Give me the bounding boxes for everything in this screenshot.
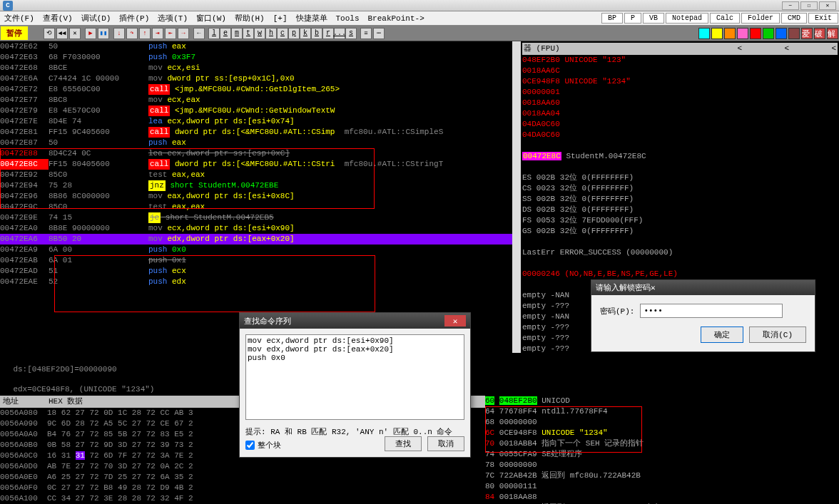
toolbar-m[interactable]: m <box>231 28 243 39</box>
disasm-row[interactable]: 00472E9285C0 test eax,eax <box>0 170 521 180</box>
stack-row[interactable]: 74 0055CFA9 SE处理程序 <box>485 449 839 460</box>
back-icon[interactable]: ← <box>193 28 205 39</box>
disasm-row[interactable]: 00472E7E8D4E 74 lea ecx,dword ptr ds:[es… <box>0 116 521 127</box>
disasm-row[interactable]: 00472E9E74 15 je short StudentM.00472EB5 <box>0 212 521 223</box>
reg-line[interactable]: 00000246 (NO,NB,E,BE,NS,PE,GE,LE) <box>522 269 838 279</box>
runto-icon[interactable]: → <box>178 28 189 39</box>
menu-BreakPoint->[interactable]: BreakPoint-> <box>364 13 429 24</box>
stop-icon[interactable]: ✕ <box>69 28 81 39</box>
reg-line[interactable]: 00472E8C StudentM.00472E8C <box>522 151 838 162</box>
toolbar-...[interactable]: ... <box>334 28 345 39</box>
reg-line[interactable] <box>522 162 838 173</box>
dump-row[interactable]: 0056A0D0 AB 7E 27 72 70 3D 27 72 0A 2C 2 <box>0 461 485 472</box>
toolbar-c[interactable]: c <box>277 28 288 39</box>
stack-row[interactable]: 78 00000000 <box>485 460 839 470</box>
reg-line[interactable]: FS 0053 32位 7EFDD000(FFF) <box>522 215 838 226</box>
rewind-icon[interactable]: ◀◀ <box>56 28 68 39</box>
toolbar-b[interactable]: b <box>311 28 322 39</box>
cn3[interactable]: 解 <box>827 28 838 39</box>
options-icon[interactable]: ⋯ <box>373 28 385 39</box>
reg-line[interactable] <box>522 258 838 269</box>
trace-icon[interactable]: ⇥ <box>152 28 163 39</box>
disasm-row[interactable]: 00472E9C85C0 test eax,eax <box>0 202 521 212</box>
disasm-row[interactable]: 00472EAE52 push edx <box>0 277 521 287</box>
color-pink[interactable] <box>737 28 748 39</box>
disasm-row[interactable]: 00472E968B86 8C000000 mov eax,dword ptr … <box>0 191 521 202</box>
disasm-row[interactable]: 00472E79E8 4E570C00 call <jmp.&MFC80U.#C… <box>0 106 521 116</box>
dump-row[interactable]: 0056A0F0 0C 27 27 72 B8 49 28 72 D9 4B 2 <box>0 483 485 493</box>
play-icon[interactable]: ▶ <box>85 28 96 39</box>
pause-icon[interactable]: ▮▮ <box>98 28 109 39</box>
find-button[interactable]: 查找 <box>385 436 422 451</box>
menu-窗口(W)[interactable]: 窗口(W) <box>192 13 230 24</box>
find-dialog-close[interactable]: ✕ <box>444 315 466 326</box>
disasm-row[interactable]: 00472E9475 28 jnz short StudentM.00472EB… <box>0 180 521 191</box>
disasm-row[interactable]: 00472EAB6A 01 push 0x1 <box>0 255 521 266</box>
toolbar-k[interactable]: k <box>300 28 311 39</box>
reg-line[interactable]: 048EF2B0 UNICODE "123" <box>522 55 838 66</box>
reg-line[interactable]: 04DA0C60 <box>522 119 838 130</box>
color-yellow[interactable] <box>711 28 723 39</box>
disasm-row[interactable]: 00472EA68B50 20 mov edx,dword ptr ds:[ea… <box>0 234 521 245</box>
trace2-icon[interactable]: ⇤ <box>165 28 176 39</box>
disasm-row[interactable]: 00472E6250 push eax <box>0 41 521 52</box>
password-dialog-close[interactable]: ✕ <box>651 283 656 292</box>
toolbar-s[interactable]: s <box>345 28 357 39</box>
stack-row[interactable]: 7C 722AB42B 返回到 mfc80u.722AB42B <box>485 470 839 481</box>
disassembly-pane[interactable]: 00472E6250 push eax00472E6368 F7030000 p… <box>0 41 521 353</box>
menu-帮助(H)[interactable]: 帮助(H) <box>230 13 269 24</box>
dump-row[interactable]: 0056A100 CC 34 27 72 3E 28 28 72 32 4F 2 <box>0 493 485 504</box>
restart-icon[interactable]: ⟲ <box>44 28 55 39</box>
cn2[interactable]: 破 <box>814 28 825 39</box>
maximize-button[interactable]: ☐ <box>800 1 818 10</box>
list-icon[interactable]: ≡ <box>360 28 372 39</box>
toolbar-w[interactable]: w <box>254 28 265 39</box>
color-red[interactable] <box>750 28 761 39</box>
disasm-row[interactable]: 00472E778BC8 mov ecx,eax <box>0 95 521 106</box>
disasm-row[interactable]: 00472E6368 F7030000 push 0x3F7 <box>0 52 521 63</box>
disasm-row[interactable]: 00472EA96A 00 push 0x0 <box>0 245 521 255</box>
reg-line[interactable]: 0018AA6C <box>522 66 838 76</box>
disasm-row[interactable]: 00472E8750 push eax <box>0 138 521 148</box>
tab-VB[interactable]: VB <box>643 13 664 24</box>
reg-line[interactable]: SS 002B 32位 0(FFFFFFFF) <box>522 194 838 205</box>
reg-line[interactable]: GS 002B 32位 0(FFFFFFFF) <box>522 226 838 237</box>
dump-row[interactable]: 0056A0E0 A6 25 27 72 7D 25 27 72 6A 35 2 <box>0 472 485 483</box>
disasm-row[interactable]: 00472E72E8 65560C00 call <jmp.&MFC80U.#C… <box>0 84 521 95</box>
color-cyan[interactable] <box>698 28 710 39</box>
toolbar-t[interactable]: t <box>243 28 254 39</box>
reg-line[interactable] <box>522 237 838 247</box>
minimize-button[interactable]: − <box>782 1 799 10</box>
toolbar-h[interactable]: h <box>265 28 277 39</box>
toolbar-e[interactable]: e <box>220 28 231 39</box>
color-green[interactable] <box>763 28 774 39</box>
password-cancel-button[interactable]: 取消(C) <box>749 326 806 343</box>
password-input[interactable] <box>640 304 783 318</box>
stack-row[interactable]: 6C 0CE948F8 UNICODE "1234" <box>485 428 839 438</box>
menu-[+][interactable]: [+] <box>269 13 292 24</box>
menu-调试(D)[interactable]: 调试(D) <box>77 13 116 24</box>
tab-Calc[interactable]: Calc <box>710 13 740 24</box>
cn1[interactable]: 爱 <box>801 28 813 39</box>
tab-Notepad[interactable]: Notepad <box>666 13 708 24</box>
toolbar-p[interactable]: p <box>288 28 300 39</box>
reg-line[interactable]: 0018AA60 <box>522 98 838 108</box>
menu-文件(F)[interactable]: 文件(F) <box>0 13 39 24</box>
disasm-row[interactable]: 00472E81FF15 9C405600 call dword ptr ds:… <box>0 127 521 138</box>
whole-block-checkbox[interactable] <box>245 441 255 450</box>
disasm-row[interactable]: 00472E6AC74424 1C 00000 mov dword ptr ss… <box>0 73 521 84</box>
tab-Exit[interactable]: Exit <box>808 13 838 24</box>
disasm-row[interactable]: 00472E8CFF15 80405600 call dword ptr ds:… <box>0 159 521 170</box>
reg-line[interactable]: 0CE948F8 UNICODE "1234" <box>522 76 838 87</box>
menu-选项(T)[interactable]: 选项(T) <box>153 13 192 24</box>
disasm-row[interactable]: 00472EA08B8E 90000000 mov ecx,dword ptr … <box>0 223 521 234</box>
stack-row[interactable]: 64 77678FF4 ntdll.77678FF4 <box>485 406 839 417</box>
menu-查看(V)[interactable]: 查看(V) <box>39 13 77 24</box>
reg-line[interactable]: 0018AA04 <box>522 108 838 119</box>
tab-Folder[interactable]: Folder <box>741 13 780 24</box>
stack-row[interactable]: 60 048EF2B0 UNICOD <box>485 396 839 406</box>
reg-line[interactable] <box>522 140 838 151</box>
menu-快捷菜单[interactable]: 快捷菜单 <box>292 13 332 24</box>
cpu-scrollbar[interactable] <box>512 41 521 353</box>
password-dialog-title[interactable]: 请输入解锁密码 ✕ <box>591 280 815 295</box>
